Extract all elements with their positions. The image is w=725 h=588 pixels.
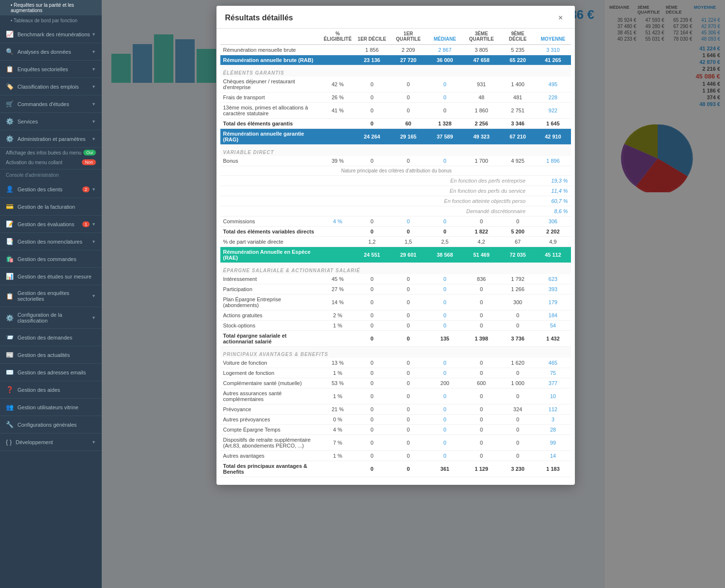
sidebar-item-gestion-clients[interactable]: 👤 Gestion des clients 2 ▼ bbox=[0, 181, 102, 198]
row-dec1: 0 bbox=[355, 274, 389, 284]
table-row: Actions gratuites 2 % 0 0 0 0 0 184 bbox=[220, 310, 571, 321]
table-row: Autres prévoyances 0 % 0 0 0 0 0 3 bbox=[220, 415, 571, 425]
row-label: Total épargne salariale et actionnariat … bbox=[220, 331, 321, 347]
sidebar-item-commandes[interactable]: 🛒 Commandes d'études ▼ bbox=[0, 95, 102, 113]
sidebar-item-classification[interactable]: 🏷️ Classification des emplois ▼ bbox=[0, 78, 102, 95]
table-row: Plan Épargne Entreprise (abondements) 14… bbox=[220, 294, 571, 310]
table-row: VARIABLE DIRECT bbox=[220, 145, 571, 156]
row-label: Compte Épargne Temps bbox=[220, 425, 321, 435]
col-header-mediane: MÉDIANE bbox=[427, 29, 463, 45]
services-icon: ⚙️ bbox=[6, 118, 14, 125]
row-dec1: 0 bbox=[355, 415, 389, 425]
gestion-utilisateurs-icon: 👥 bbox=[6, 403, 14, 411]
row-label: Intéressement bbox=[220, 274, 321, 284]
row-mediane: 0 bbox=[427, 435, 463, 451]
gestion-aides-icon: ❓ bbox=[6, 386, 14, 393]
row-dec1: 0 bbox=[355, 368, 389, 378]
sidebar-item-gestion-utilisateurs[interactable]: 👥 Gestion utilisateurs vitrine bbox=[0, 399, 102, 416]
sidebar-label-gestion-actualites: Gestion des actualités bbox=[17, 352, 96, 358]
row-dec9: 4 925 bbox=[500, 156, 535, 166]
sidebar-item-administration[interactable]: ⚙️ Administration et paramètres ▼ bbox=[0, 130, 102, 148]
toggle-affichage-state[interactable]: Oui bbox=[83, 150, 96, 155]
sidebar-item-gestion-nomenclatures[interactable]: 📑 Gestion des nomenclatures ▼ bbox=[0, 233, 102, 250]
sidebar-item-gestion-facturation[interactable]: 💳 Gestion de la facturation bbox=[0, 198, 102, 216]
sidebar-item-gestion-enquetes[interactable]: 📋 Gestion des enquêtes sectorielles ▼ bbox=[0, 285, 102, 307]
row-q1: 0 bbox=[389, 435, 427, 451]
row-mediane: 2 867 bbox=[427, 45, 463, 55]
row-q1: 0 bbox=[389, 425, 427, 435]
configs-generales-icon: 🔧 bbox=[6, 421, 14, 428]
row-dec9: 0 bbox=[500, 217, 535, 227]
row-q3: 0 bbox=[463, 310, 500, 321]
col-header-dec9: 9ÈME DÉCILE bbox=[500, 29, 535, 45]
sidebar-item-gestion-etudes[interactable]: 📊 Gestion des études sur mesure bbox=[0, 268, 102, 285]
row-moyenne: 112 bbox=[535, 404, 571, 415]
sidebar-item-services[interactable]: ⚙️ Services ▼ bbox=[0, 113, 102, 130]
row-moyenne: 54 bbox=[535, 321, 571, 331]
sidebar-item-gestion-aides[interactable]: ❓ Gestion des aides bbox=[0, 381, 102, 399]
row-label: Complémentaire santé (mutuelle) bbox=[220, 378, 321, 388]
sidebar-item-gestion-actualites[interactable]: 📰 Gestion des actualités bbox=[0, 346, 102, 364]
sub-right-val: 60,7 % bbox=[535, 196, 571, 206]
row-dec1: 0 bbox=[355, 425, 389, 435]
row-eligibility bbox=[321, 237, 355, 247]
row-q1: 29 165 bbox=[389, 129, 427, 145]
sidebar-item-analyses[interactable]: 🔍 Analyses des données ▼ bbox=[0, 43, 102, 61]
gestion-demandes-icon: 📨 bbox=[6, 334, 14, 341]
table-row: Autres avantages 1 % 0 0 0 0 0 14 bbox=[220, 451, 571, 461]
sidebar-item-benchmark[interactable]: 📈 Benchmark des rémunérations ▼ bbox=[0, 26, 102, 43]
classification-arrow: ▼ bbox=[92, 84, 96, 89]
row-q1: 0 bbox=[389, 294, 427, 310]
row-q1: 0 bbox=[389, 274, 427, 284]
row-moyenne: 495 bbox=[535, 77, 571, 93]
row-eligibility: 13 % bbox=[321, 358, 355, 368]
row-dec1: 0 bbox=[355, 119, 389, 129]
row-label: % de part variable directe bbox=[220, 237, 321, 247]
table-row: Participation 27 % 0 0 0 0 1 266 393 bbox=[220, 284, 571, 294]
row-mediane: 0 bbox=[427, 284, 463, 294]
sidebar-item-developpement[interactable]: { } Développement ▼ bbox=[0, 433, 102, 451]
row-q3: 1 860 bbox=[463, 103, 500, 119]
row-dec1: 24 264 bbox=[355, 129, 389, 145]
row-q1: 0 bbox=[389, 227, 427, 237]
row-moyenne: 10 bbox=[535, 388, 571, 404]
row-label: Stock-options bbox=[220, 321, 321, 331]
sidebar-item-enquetes[interactable]: 📋 Enquêtes sectorielles ▼ bbox=[0, 61, 102, 78]
row-eligibility bbox=[321, 55, 355, 65]
row-moyenne: 179 bbox=[535, 294, 571, 310]
sidebar-sub-tableaux[interactable]: • Tableaux de bord par fonction bbox=[0, 15, 102, 26]
sub-right-val: 8,6 % bbox=[535, 206, 571, 217]
sidebar-item-gestion-adresses[interactable]: ✉️ Gestion des adresses emails bbox=[0, 364, 102, 381]
sub-label: En fonction des perfs entreprise bbox=[220, 176, 536, 186]
sidebar-item-config-classification[interactable]: ⚙️ Configuration de la classification ▼ bbox=[0, 307, 102, 329]
table-row: Logement de fonction 1 % 0 0 0 0 0 75 bbox=[220, 368, 571, 378]
modal-close-button[interactable]: × bbox=[555, 13, 566, 23]
sidebar-item-gestion-commandes[interactable]: 🛍️ Gestion des commandes bbox=[0, 250, 102, 268]
sidebar-label-gestion-adresses: Gestion des adresses emails bbox=[17, 370, 96, 375]
gestion-evaluations-badge: 1 bbox=[82, 221, 90, 227]
sidebar-item-configs-generales[interactable]: 🔧 Configurations générales bbox=[0, 416, 102, 433]
toggle-activation-state[interactable]: Non bbox=[82, 159, 96, 165]
sidebar-label-services: Services bbox=[17, 119, 92, 124]
row-moyenne: 3 310 bbox=[535, 45, 571, 55]
sidebar-label-classification: Classification des emplois bbox=[17, 84, 92, 90]
row-moyenne: 4,9 bbox=[535, 237, 571, 247]
row-q1: 0 bbox=[389, 103, 427, 119]
row-dec9: 0 bbox=[500, 435, 535, 451]
row-label: Chèques déjeuner / restaurant d'entrepri… bbox=[220, 77, 321, 93]
administration-arrow: ▼ bbox=[92, 137, 96, 141]
row-mediane: 1 328 bbox=[427, 119, 463, 129]
row-eligibility: 53 % bbox=[321, 378, 355, 388]
sidebar-sub-requetes[interactable]: • Requêtes sur la parité et les augmenta… bbox=[0, 0, 102, 15]
gestion-clients-icon: 👤 bbox=[6, 186, 14, 193]
row-eligibility bbox=[321, 119, 355, 129]
row-dec9: 0 bbox=[500, 368, 535, 378]
sidebar-item-gestion-evaluations[interactable]: 📝 Gestion des évaluations 1 ▼ bbox=[0, 216, 102, 233]
toggle-activation-label: Activation du menu collant bbox=[6, 160, 82, 165]
row-mediane: 0 bbox=[427, 388, 463, 404]
sidebar-item-gestion-demandes[interactable]: 📨 Gestion des demandes bbox=[0, 329, 102, 346]
row-eligibility: 14 % bbox=[321, 294, 355, 310]
sidebar-label-configs-generales: Configurations générales bbox=[17, 422, 96, 428]
row-mediane: 0 bbox=[427, 368, 463, 378]
row-label: Total des éléments garantis bbox=[220, 119, 321, 129]
